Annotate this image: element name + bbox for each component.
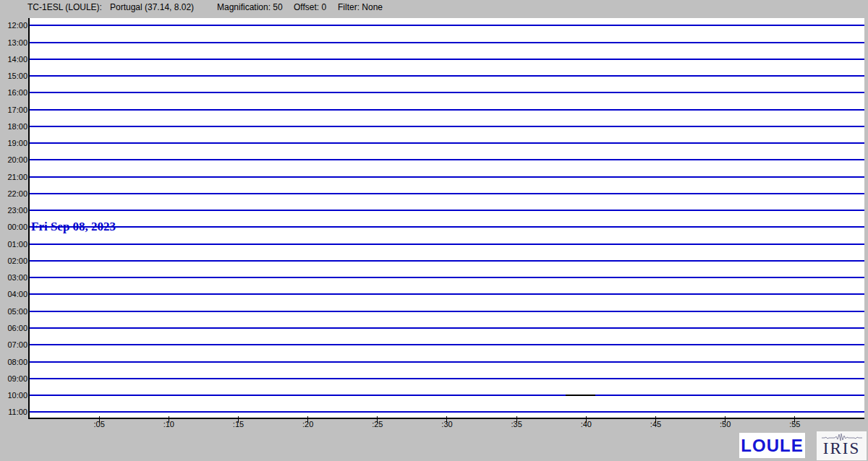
trace-row: 16:00	[30, 92, 864, 93]
trace-row: 03:00	[30, 277, 864, 278]
hour-label: 10:00	[1, 391, 27, 400]
station-location-label: Portugal (37.14, 8.02)	[110, 2, 194, 12]
hour-label: 23:00	[1, 206, 27, 215]
hour-label: 19:00	[1, 139, 27, 148]
hour-label: 09:00	[1, 374, 27, 384]
trace-row: 01:00	[30, 244, 864, 245]
trace-row: 22:00	[30, 193, 864, 194]
trace-row: 23:00	[30, 210, 864, 211]
trace-row: 15:00	[30, 75, 864, 77]
helicorder-app-window: { "header": { "station": "TC-1ESL (LOULE…	[0, 0, 868, 461]
hour-label: 01:00	[1, 240, 27, 249]
x-axis-label: :30	[433, 420, 461, 428]
magnification-label: Magnification: 50	[217, 2, 283, 12]
hour-label: 03:00	[1, 273, 27, 283]
trace-row: 00:00	[30, 226, 864, 228]
trace-gap-segment	[566, 395, 595, 396]
hour-label: 08:00	[1, 358, 27, 367]
trace-row: 18:00	[30, 126, 864, 127]
iris-logo-text: IRIS	[823, 440, 860, 457]
x-axis-label: :10	[154, 420, 183, 428]
hour-label: 06:00	[1, 324, 27, 333]
trace-row: 11:00	[30, 411, 864, 413]
filter-label: Filter: None	[338, 2, 383, 12]
x-axis-label: :45	[641, 420, 670, 428]
hour-label: 13:00	[1, 38, 27, 48]
hour-label: 04:00	[1, 290, 27, 299]
x-axis-label: :55	[780, 420, 809, 428]
trace-row: 07:00	[30, 344, 864, 345]
x-axis-label: :15	[224, 420, 252, 428]
trace-row: 02:00	[30, 260, 864, 262]
trace-row: 09:00	[30, 378, 864, 379]
trace-row: 10:00	[30, 395, 864, 396]
iris-logo[interactable]: IRIS	[817, 431, 867, 460]
x-axis-label: :25	[363, 420, 392, 428]
hour-label: 21:00	[1, 173, 27, 182]
trace-row: 19:00	[30, 142, 864, 144]
date-label: Fri Sep 08, 2023	[31, 220, 116, 233]
trace-row: 04:00	[30, 293, 864, 295]
trace-row: 14:00	[30, 59, 864, 60]
station-button-label: LOULE	[741, 436, 803, 456]
hour-label: 05:00	[1, 307, 27, 316]
hour-label: 11:00	[1, 408, 27, 417]
hour-label: 15:00	[1, 72, 27, 81]
hour-label: 14:00	[1, 55, 27, 64]
x-axis-label: :40	[571, 420, 600, 428]
station-button[interactable]: LOULE	[739, 433, 805, 458]
hour-label: 07:00	[1, 340, 27, 350]
x-axis-label: :50	[711, 420, 740, 428]
hour-label: 16:00	[1, 88, 27, 98]
trace-row: 17:00	[30, 109, 864, 111]
x-axis-label: :35	[502, 420, 531, 428]
hour-label: 12:00	[1, 21, 27, 30]
offset-label: Offset: 0	[294, 2, 326, 12]
trace-row: 05:00	[30, 311, 864, 312]
helicorder-plot[interactable]: 12:00 13:00 14:00 15:00 16:00 17:00 18:0…	[28, 18, 864, 419]
trace-row: 13:00	[30, 42, 864, 43]
hour-label: 20:00	[1, 155, 27, 165]
hour-label: 22:00	[1, 189, 27, 199]
hour-label: 02:00	[1, 257, 27, 266]
station-id-label: TC-1ESL (LOULE):	[27, 2, 102, 12]
hour-label: 17:00	[1, 105, 27, 115]
trace-row: 12:00	[30, 25, 864, 26]
hour-label: 00:00	[1, 223, 27, 232]
x-axis-label: :05	[85, 420, 114, 428]
trace-row: 06:00	[30, 327, 864, 329]
trace-row: 08:00	[30, 361, 864, 363]
hour-label: 18:00	[1, 122, 27, 132]
x-axis-label: :20	[294, 420, 323, 428]
trace-row: 20:00	[30, 159, 864, 160]
trace-row: 21:00	[30, 176, 864, 178]
